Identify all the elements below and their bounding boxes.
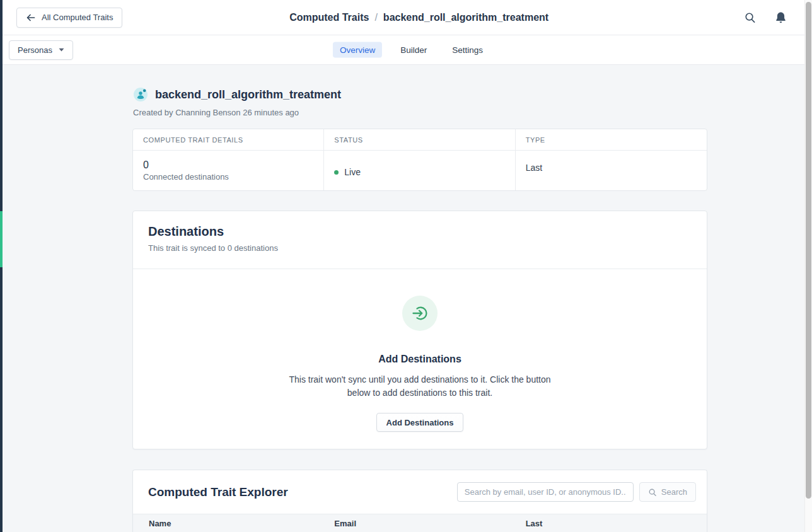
live-status-dot	[334, 170, 339, 175]
breadcrumb: Computed Traits/backend_roll_algorithm_t…	[289, 12, 548, 23]
search-button-label: Search	[661, 487, 687, 497]
app-root: All Computed Traits Computed Traits/back…	[3, 0, 804, 532]
notifications-bell-icon[interactable]	[775, 11, 787, 24]
connected-destinations-label: Connected destinations	[143, 172, 313, 182]
explorer-search-group: Search	[457, 482, 696, 502]
computed-trait-avatar-icon	[133, 87, 148, 102]
details-header-type: TYPE	[516, 129, 707, 151]
sidebar-green-indicator	[0, 211, 3, 267]
trait-details-table: COMPUTED TRAIT DETAILS STATUS TYPE 0 Con…	[132, 129, 707, 191]
empty-state-body: This trait won't sync until you add dest…	[278, 373, 562, 400]
connected-destinations-cell: 0 Connected destinations	[133, 151, 324, 190]
scrollbar-thumb[interactable]	[806, 2, 811, 499]
search-icon	[648, 488, 657, 497]
page-scrollbar[interactable]	[804, 0, 812, 532]
back-arrow-icon	[26, 13, 36, 23]
breadcrumb-parent[interactable]: Computed Traits	[289, 12, 369, 23]
explorer-table-header-row: Name Email Last	[133, 514, 707, 532]
destinations-subtitle: This trait is synced to 0 destinations	[148, 243, 692, 253]
tab-settings[interactable]: Settings	[445, 42, 490, 58]
breadcrumb-separator: /	[374, 12, 377, 23]
details-header-status: STATUS	[324, 129, 515, 151]
back-to-all-computed-traits-button[interactable]: All Computed Traits	[16, 8, 122, 28]
column-header-name: Name	[133, 514, 324, 532]
column-header-last: Last	[516, 514, 707, 532]
personas-dropdown[interactable]: Personas	[9, 40, 73, 60]
collapsed-sidebar-strip[interactable]	[0, 0, 3, 532]
back-button-label: All Computed Traits	[42, 13, 113, 22]
connected-destinations-count: 0	[143, 159, 313, 171]
status-badge: Live	[344, 167, 361, 177]
destinations-card-header: Destinations This trait is synced to 0 d…	[133, 211, 707, 269]
details-header-computed-trait-details: COMPUTED TRAIT DETAILS	[133, 129, 324, 151]
explorer-header: Computed Trait Explorer Search	[133, 470, 707, 514]
explorer-title: Computed Trait Explorer	[148, 485, 288, 499]
main-content: backend_roll_algorithm_treatment Created…	[3, 65, 804, 532]
explorer-search-button[interactable]: Search	[639, 482, 696, 502]
page-title: backend_roll_algorithm_treatment	[155, 88, 341, 101]
top-bar: All Computed Traits Computed Traits/back…	[3, 0, 804, 35]
trait-title-block: backend_roll_algorithm_treatment Created…	[132, 87, 707, 117]
explorer-table: Name Email Last AC Arthur Chapman	[133, 514, 707, 532]
empty-state-title: Add Destinations	[133, 354, 707, 365]
destinations-empty-state: Add Destinations This trait won't sync u…	[133, 269, 707, 449]
status-cell: Live	[324, 151, 515, 190]
computed-trait-explorer-card: Computed Trait Explorer Search	[132, 470, 707, 532]
type-cell: Last	[516, 151, 707, 190]
secondary-nav-bar: Personas Overview Builder Settings	[3, 35, 804, 65]
add-destination-circle	[402, 296, 438, 331]
search-icon[interactable]	[744, 11, 756, 23]
tab-overview[interactable]: Overview	[333, 42, 382, 58]
enter-arrow-icon	[412, 305, 428, 321]
destinations-title: Destinations	[148, 224, 692, 239]
created-by-text: Created by Channing Benson 26 minutes ag…	[133, 108, 707, 117]
add-destinations-button[interactable]: Add Destinations	[376, 413, 464, 432]
explorer-search-input[interactable]	[457, 482, 634, 502]
tab-builder[interactable]: Builder	[393, 42, 434, 58]
personas-dropdown-label: Personas	[18, 45, 52, 55]
breadcrumb-current: backend_roll_algorithm_treatment	[383, 12, 548, 23]
column-header-email: Email	[324, 514, 515, 532]
chevron-down-icon	[59, 48, 64, 52]
destinations-card: Destinations This trait is synced to 0 d…	[132, 211, 707, 449]
topbar-icons	[744, 11, 791, 24]
tab-list: Overview Builder Settings	[333, 42, 490, 58]
